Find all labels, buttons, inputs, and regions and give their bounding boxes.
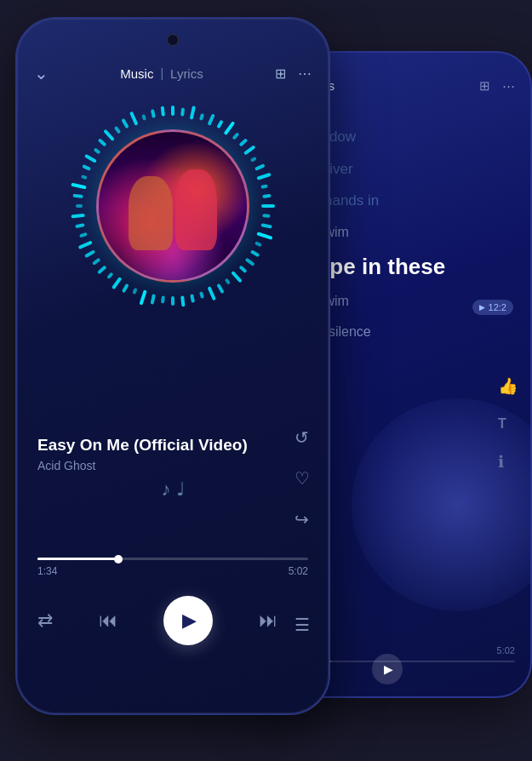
svg-rect-12 <box>256 173 271 180</box>
back-play-icon: ▶ <box>384 662 393 676</box>
time-current: 1:34 <box>37 565 57 577</box>
chevron-down-icon[interactable]: ⌄ <box>34 63 49 83</box>
music-note-icon: ♪ ♩ <box>161 478 184 501</box>
svg-rect-17 <box>260 223 272 229</box>
back-time: 5:02 <box>497 645 515 655</box>
like-icon[interactable]: ♡ <box>295 468 310 489</box>
back-more-icon[interactable]: ⋯ <box>502 78 515 94</box>
svg-rect-31 <box>161 295 165 303</box>
nav-tabs: Music | Lyrics <box>120 66 203 81</box>
playback-controls: ⇄ ⏮ ▶ ⏭ <box>37 596 277 645</box>
time-labels: 1:34 5:02 <box>37 565 308 577</box>
side-icons: ↺ ♡ ↪ <box>295 427 310 529</box>
share-icon[interactable]: ↪ <box>295 509 310 529</box>
play-icon: ▶ <box>182 609 197 632</box>
tab-music[interactable]: Music <box>120 66 153 81</box>
nav-divider: | <box>160 66 163 80</box>
progress-thumb <box>114 555 123 564</box>
svg-rect-56 <box>129 112 139 126</box>
back-equalizer-icon[interactable]: ⊞ <box>479 78 490 94</box>
equalizer-icon[interactable]: ⊞ <box>275 66 286 82</box>
svg-rect-44 <box>71 214 84 219</box>
svg-rect-32 <box>151 294 156 305</box>
svg-rect-14 <box>262 194 271 198</box>
repeat-icon[interactable]: ↺ <box>295 427 310 448</box>
more-icon[interactable]: ⋯ <box>298 66 312 82</box>
svg-rect-1 <box>180 107 185 116</box>
phone-front: ⌄ Music | Lyrics ⊞ ⋯ <box>15 17 330 715</box>
back-text-icon[interactable]: T <box>498 416 518 432</box>
back-info-icon[interactable]: ℹ <box>498 452 518 472</box>
svg-rect-30 <box>171 296 174 306</box>
svg-rect-45 <box>76 204 83 208</box>
svg-rect-5 <box>216 120 223 129</box>
svg-rect-3 <box>199 113 204 121</box>
time-total: 5:02 <box>289 565 308 577</box>
svg-rect-25 <box>216 283 224 294</box>
svg-rect-55 <box>121 118 129 129</box>
svg-rect-0 <box>171 106 174 116</box>
album-art <box>96 129 249 283</box>
svg-rect-20 <box>250 249 260 257</box>
back-thumbsup-icon[interactable]: 👍 <box>498 376 518 396</box>
svg-rect-18 <box>256 232 272 240</box>
svg-rect-48 <box>81 175 88 180</box>
progress-section: 1:34 5:02 <box>37 558 308 577</box>
svg-rect-13 <box>260 184 268 189</box>
svg-rect-58 <box>151 109 156 118</box>
back-play-button[interactable]: ▶ <box>372 654 403 684</box>
tab-lyrics[interactable]: Lyrics <box>170 66 203 81</box>
svg-rect-59 <box>161 106 165 116</box>
scene: Music | Lyrics ⊞ ⋯ ut The Window old in … <box>0 0 532 761</box>
back-side-icons: 👍 T ℹ <box>498 376 518 472</box>
previous-button[interactable]: ⏮ <box>99 609 117 632</box>
svg-rect-11 <box>255 163 266 171</box>
play-pause-button[interactable]: ▶ <box>163 596 213 645</box>
svg-rect-46 <box>72 194 83 198</box>
album-image <box>99 132 247 280</box>
svg-rect-2 <box>190 106 196 119</box>
svg-rect-42 <box>79 232 88 238</box>
svg-rect-28 <box>190 294 195 303</box>
back-nav-icons: ⊞ ⋯ <box>479 78 515 94</box>
track-artist: Acid Ghost <box>37 459 248 472</box>
track-title: Easy On Me (Official Video) <box>37 436 248 455</box>
svg-rect-16 <box>262 214 270 218</box>
svg-rect-10 <box>250 157 257 163</box>
svg-rect-41 <box>78 240 93 249</box>
playlist-icon[interactable]: ☰ <box>295 615 310 635</box>
timestamp-play-icon: ▶ <box>479 303 485 312</box>
svg-rect-47 <box>71 183 86 190</box>
svg-rect-4 <box>207 113 215 125</box>
svg-rect-26 <box>207 286 216 300</box>
svg-rect-35 <box>122 283 129 294</box>
svg-rect-29 <box>180 295 185 306</box>
album-area <box>71 104 275 308</box>
progress-bar-fill <box>37 558 118 560</box>
svg-rect-27 <box>199 291 204 299</box>
svg-rect-34 <box>132 288 138 295</box>
camera-hole <box>167 34 179 46</box>
shuffle-button[interactable]: ⇄ <box>37 609 53 632</box>
svg-rect-33 <box>139 289 146 305</box>
svg-rect-19 <box>255 241 262 247</box>
next-button[interactable]: ⏭ <box>259 609 277 632</box>
timestamp-badge: ▶ 12:2 <box>472 300 513 315</box>
svg-rect-49 <box>82 164 91 171</box>
top-nav: ⌄ Music | Lyrics ⊞ ⋯ <box>17 63 329 83</box>
svg-rect-50 <box>84 154 97 163</box>
track-info: Easy On Me (Official Video) Acid Ghost <box>37 436 248 472</box>
svg-rect-15 <box>261 204 275 208</box>
svg-rect-40 <box>84 249 95 258</box>
nav-icons: ⊞ ⋯ <box>275 66 312 82</box>
svg-rect-43 <box>75 223 85 228</box>
timestamp-text: 12:2 <box>489 302 506 312</box>
progress-bar-track[interactable] <box>37 558 308 560</box>
svg-rect-57 <box>141 114 146 121</box>
back-play-area: ▶ <box>372 654 403 684</box>
